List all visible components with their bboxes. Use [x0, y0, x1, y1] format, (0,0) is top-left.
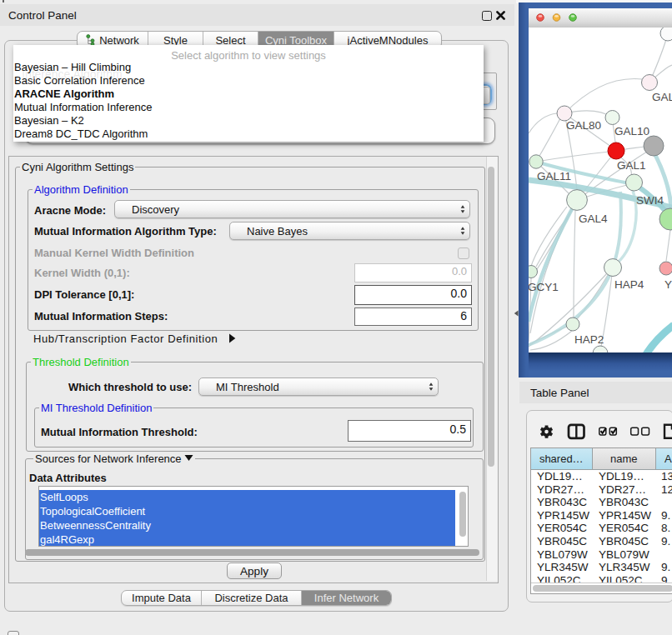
- svg-text:GAL1: GAL1: [617, 159, 646, 172]
- svg-text:Y: Y: [664, 278, 672, 291]
- svg-text:GAL7: GAL7: [652, 91, 672, 103]
- svg-text:SWI4: SWI4: [636, 194, 664, 207]
- svg-text:GAL10: GAL10: [614, 125, 649, 138]
- svg-text:GCY1: GCY1: [529, 281, 559, 293]
- svg-text:GAL11: GAL11: [537, 170, 571, 182]
- svg-text:HAP4: HAP4: [614, 278, 644, 291]
- svg-text:GAL80: GAL80: [566, 119, 601, 132]
- svg-text:GAL4: GAL4: [579, 212, 608, 225]
- svg-text:HAP2: HAP2: [574, 333, 604, 346]
